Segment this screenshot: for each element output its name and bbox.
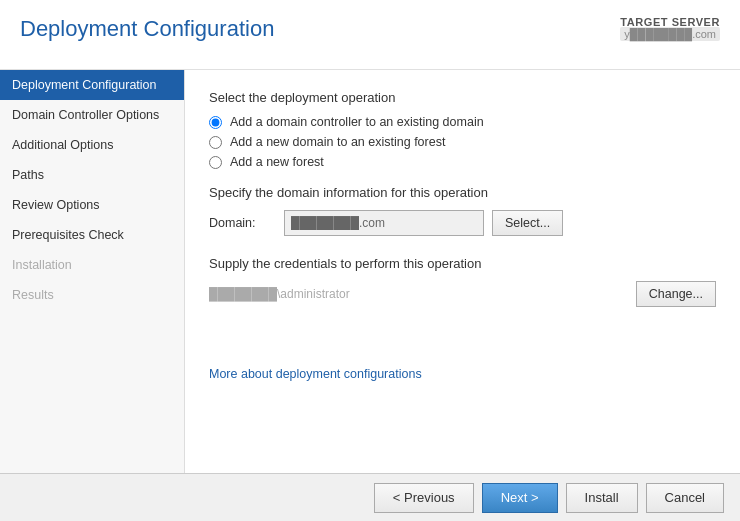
cancel-button[interactable]: Cancel bbox=[646, 483, 724, 513]
next-button[interactable]: Next > bbox=[482, 483, 558, 513]
change-button[interactable]: Change... bbox=[636, 281, 716, 307]
radio-group: Add a domain controller to an existing d… bbox=[209, 115, 716, 169]
radio-option-2[interactable]: Add a new forest bbox=[209, 155, 716, 169]
header: Deployment Configuration TARGET SERVER y… bbox=[0, 0, 740, 70]
credentials-section: Supply the credentials to perform this o… bbox=[209, 256, 716, 307]
radio-label-0: Add a domain controller to an existing d… bbox=[230, 115, 484, 129]
sidebar-item[interactable]: Paths bbox=[0, 160, 184, 190]
install-button[interactable]: Install bbox=[566, 483, 638, 513]
credentials-value: ████████\administrator bbox=[209, 287, 628, 301]
credentials-label: Supply the credentials to perform this o… bbox=[209, 256, 716, 271]
radio-label-1: Add a new domain to an existing forest bbox=[230, 135, 445, 149]
page-title: Deployment Configuration bbox=[20, 16, 274, 42]
domain-info-label: Specify the domain information for this … bbox=[209, 185, 716, 200]
radio-option-1[interactable]: Add a new domain to an existing forest bbox=[209, 135, 716, 149]
radio-input-2[interactable] bbox=[209, 156, 222, 169]
window: Deployment Configuration TARGET SERVER y… bbox=[0, 0, 740, 521]
sidebar-item[interactable]: Domain Controller Options bbox=[0, 100, 184, 130]
body: Deployment ConfigurationDomain Controlle… bbox=[0, 70, 740, 473]
radio-input-1[interactable] bbox=[209, 136, 222, 149]
domain-input[interactable] bbox=[284, 210, 484, 236]
sidebar-item[interactable]: Review Options bbox=[0, 190, 184, 220]
domain-row: Domain: Select... bbox=[209, 210, 716, 236]
select-button[interactable]: Select... bbox=[492, 210, 563, 236]
deployment-operation-label: Select the deployment operation bbox=[209, 90, 716, 105]
footer: < Previous Next > Install Cancel bbox=[0, 473, 740, 521]
credentials-row: ████████\administrator Change... bbox=[209, 281, 716, 307]
sidebar-item[interactable]: Additional Options bbox=[0, 130, 184, 160]
sidebar-item: Installation bbox=[0, 250, 184, 280]
domain-label: Domain: bbox=[209, 216, 284, 230]
server-info: TARGET SERVER y████████.com bbox=[620, 16, 720, 40]
server-name: y████████.com bbox=[620, 27, 720, 41]
domain-section: Specify the domain information for this … bbox=[209, 185, 716, 236]
more-about-link[interactable]: More about deployment configurations bbox=[209, 367, 422, 381]
radio-option-0[interactable]: Add a domain controller to an existing d… bbox=[209, 115, 716, 129]
sidebar-item: Results bbox=[0, 280, 184, 310]
sidebar-item[interactable]: Prerequisites Check bbox=[0, 220, 184, 250]
main-content: Select the deployment operation Add a do… bbox=[185, 70, 740, 473]
sidebar-item[interactable]: Deployment Configuration bbox=[0, 70, 184, 100]
radio-label-2: Add a new forest bbox=[230, 155, 324, 169]
previous-button[interactable]: < Previous bbox=[374, 483, 474, 513]
sidebar: Deployment ConfigurationDomain Controlle… bbox=[0, 70, 185, 473]
radio-input-0[interactable] bbox=[209, 116, 222, 129]
